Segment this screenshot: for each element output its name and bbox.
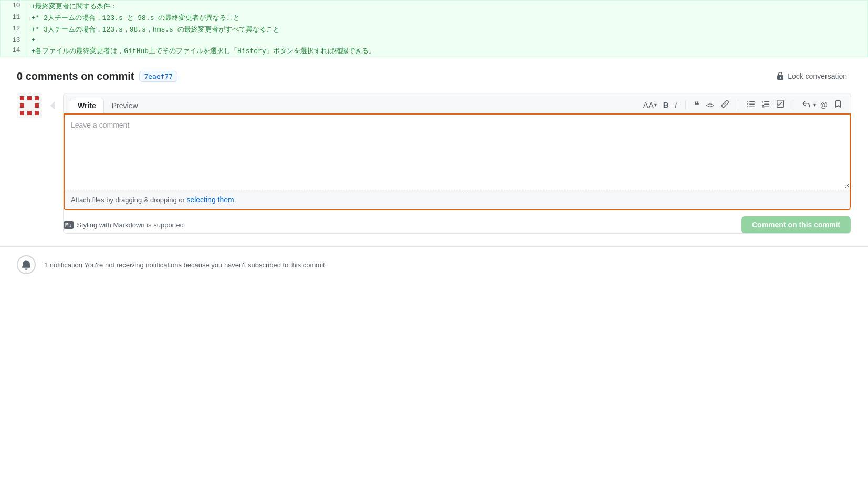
page-wrapper: 10 +最終変更者に関する条件： 11 +* 2人チームの場合，123.s と … [0,0,868,489]
toolbar-format-group: AA ▾ B i [641,99,679,110]
attach-text: Attach files by dragging & dropping or [71,196,186,204]
diff-row-12: 12 +* 3人チームの場合，123.s，98.s，hms.s の最終変更者がす… [1,24,867,35]
attach-bar: Attach files by dragging & dropping or s… [65,190,850,209]
reply-dropdown-icon: ▾ [813,102,816,108]
toolbar-insert-group: ❝ <> [692,99,731,111]
toolbar-extra-group: ▾ @ [800,99,844,111]
reply-icon [802,100,810,110]
toolbar-ordered-list-button[interactable] [759,99,772,111]
lock-icon [776,72,785,80]
toolbar-sep-2 [738,100,738,110]
editor-body: Attach files by dragging & dropping or s… [64,113,851,210]
diff-table: 10 +最終変更者に関する条件： 11 +* 2人チームの場合，123.s と … [1,1,867,57]
toolbar-bookmark-button[interactable] [832,99,844,111]
mention-icon: @ [820,101,828,109]
task-list-icon [776,100,785,110]
notification-icon [17,255,36,274]
code-icon: <> [706,101,715,109]
toolbar-reply-button[interactable] [800,99,812,111]
heading-dropdown-icon: ▾ [654,102,657,108]
comment-textarea[interactable] [65,115,850,188]
diff-line-num-14: 14 [1,45,27,57]
avatar-image [17,93,42,118]
notification-text: 1 notification You're not receiving noti… [44,261,327,269]
notification-bell-icon [21,259,32,270]
diff-line-num-13: 13 [1,35,27,45]
toolbar-code-button[interactable]: <> [704,100,717,110]
svg-rect-6 [20,111,24,115]
editor-toolbar: AA ▾ B i [641,97,844,113]
diff-line-num-11: 11 [1,12,27,24]
toolbar-list-group [745,99,787,111]
diff-row-11: 11 +* 2人チームの場合，123.s と 98.s の最終変更者が異なること [1,12,867,24]
svg-rect-1 [20,96,24,100]
editor-tabs: Write Preview [70,97,146,113]
toolbar-sep-3 [793,100,793,110]
diff-row-10: 10 +最終変更者に関する条件： [1,1,867,12]
diff-line-content-11: +* 2人チームの場合，123.s と 98.s の最終変更者が異なること [27,12,867,24]
diff-line-num-12: 12 [1,24,27,35]
italic-icon: i [675,100,677,109]
comment-form-wrapper: Write Preview AA ▾ [17,93,851,234]
diff-line-content-10: +最終変更者に関する条件： [27,1,867,12]
link-icon [721,100,729,110]
avatar-identicon [17,93,42,118]
markdown-icon: M↓ [64,221,74,229]
svg-rect-3 [35,96,39,100]
attach-link[interactable]: selecting them. [186,195,236,204]
svg-rect-7 [27,111,32,115]
comments-title: 0 comments on commit 7eaef77 [17,70,177,82]
comments-header: 0 comments on commit 7eaef77 Lock conver… [17,70,851,82]
submit-comment-button[interactable]: Comment on this commit [741,216,851,233]
write-tab[interactable]: Write [70,98,104,113]
toolbar-mention-button[interactable]: @ [818,100,830,110]
comment-editor: Write Preview AA ▾ [63,93,851,234]
markdown-info: M↓ Styling with Markdown is supported [64,221,184,229]
unordered-list-icon [747,100,755,110]
bold-icon: B [663,100,669,109]
comment-box-arrow [50,101,55,110]
ordered-list-icon [761,100,770,110]
bookmark-icon [834,100,842,110]
toolbar-italic-button[interactable]: i [673,99,679,110]
diff-line-content-12: +* 3人チームの場合，123.s，98.s，hms.s の最終変更者がすべて異… [27,24,867,35]
toolbar-bold-button[interactable]: B [661,99,671,110]
editor-footer: M↓ Styling with Markdown is supported Co… [64,216,851,233]
toolbar-sep-1 [685,100,686,110]
lock-conversation-button[interactable]: Lock conversation [772,70,851,82]
diff-section: 10 +最終変更者に関する条件： 11 +* 2人チームの場合，123.s と … [0,0,868,57]
diff-row-14: 14 +各ファイルの最終変更者は，GitHub上でそのファイルを選択し「Hist… [1,45,867,57]
avatar [17,93,42,118]
heading-icon: AA ▾ [643,100,657,109]
toolbar-unordered-list-button[interactable] [745,99,757,111]
svg-rect-8 [35,111,39,115]
markdown-label: Styling with Markdown is supported [77,221,184,229]
diff-line-content-13: + [27,35,867,45]
toolbar-spacer [146,97,641,113]
comments-count: 0 comments on commit [17,70,134,82]
diff-line-content-14: +各ファイルの最終変更者は，GitHub上でそのファイルを選択し「History… [27,45,867,57]
diff-line-num-10: 10 [1,1,27,12]
toolbar-link-button[interactable] [719,99,731,111]
bottom-section: 1 notification You're not receiving noti… [0,246,868,283]
toolbar-quote-button[interactable]: ❝ [692,99,702,111]
svg-rect-4 [20,103,24,108]
quote-icon: ❝ [694,100,699,110]
preview-tab[interactable]: Preview [104,98,146,113]
toolbar-heading-button[interactable]: AA ▾ [641,99,659,110]
toolbar-task-list-button[interactable] [774,99,787,111]
diff-row-13: 13 + [1,35,867,45]
comments-section: 0 comments on commit 7eaef77 Lock conver… [0,57,868,246]
commit-hash-badge[interactable]: 7eaef77 [139,71,177,82]
svg-rect-2 [27,96,32,100]
lock-conversation-label: Lock conversation [788,72,847,80]
svg-rect-5 [35,103,39,108]
